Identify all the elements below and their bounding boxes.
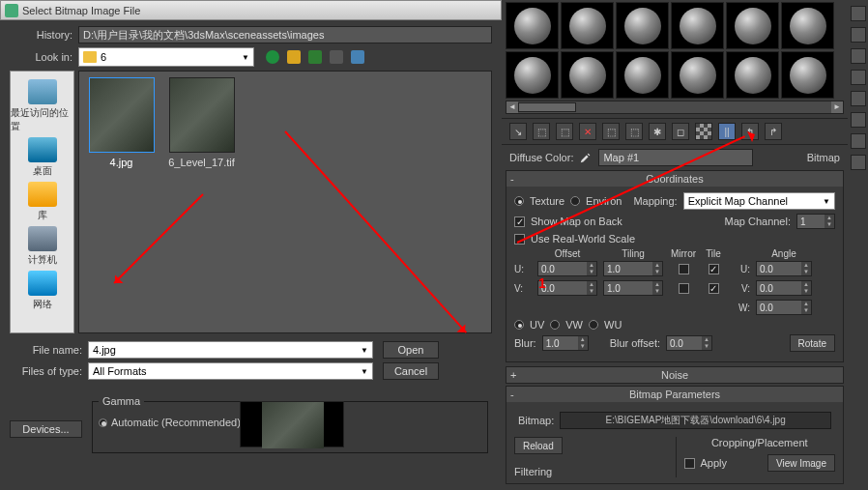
gamma-auto-radio[interactable] bbox=[99, 418, 107, 427]
lookin-value: 6 bbox=[101, 51, 106, 63]
file-thumbnail bbox=[89, 77, 155, 153]
wu-radio[interactable] bbox=[589, 320, 598, 330]
sample-type-icon[interactable] bbox=[851, 6, 866, 21]
make-preview-icon[interactable] bbox=[851, 112, 866, 128]
cropping-label: Cropping/Placement bbox=[684, 437, 836, 448]
bitmap-params-rollout-header[interactable]: - Bitmap Parameters bbox=[506, 387, 843, 402]
file-item[interactable]: 4.jpg bbox=[85, 77, 158, 168]
dialog-title: Select Bitmap Image File bbox=[22, 5, 140, 16]
noise-rollout-header[interactable]: + Noise bbox=[506, 367, 843, 383]
file-thumbnail bbox=[169, 77, 235, 153]
devices-button[interactable]: Devices... bbox=[10, 420, 82, 438]
v-offset-spinner[interactable]: 0.0▲▼ bbox=[537, 280, 597, 296]
view-menu-icon[interactable] bbox=[330, 50, 343, 64]
new-folder-icon[interactable] bbox=[308, 50, 322, 64]
filetype-dropdown[interactable]: All Formats ▼ bbox=[88, 362, 373, 380]
dialog-titlebar: Select Bitmap Image File bbox=[0, 0, 502, 20]
coordinates-rollout-header[interactable]: - Coordinates bbox=[506, 171, 843, 187]
open-button[interactable]: Open bbox=[383, 341, 439, 359]
file-item[interactable]: 6_Level_17.tif bbox=[165, 77, 238, 168]
material-slot[interactable] bbox=[561, 2, 614, 49]
material-slot[interactable] bbox=[671, 2, 724, 49]
options-icon[interactable] bbox=[851, 133, 866, 149]
make-copy-icon[interactable]: ⬚ bbox=[602, 123, 620, 140]
expand-icon: + bbox=[510, 369, 516, 381]
map-type-label[interactable]: Bitmap bbox=[807, 152, 840, 163]
places-bar: 最近访问的位置 桌面 库 计算机 网络 bbox=[10, 71, 74, 333]
background-icon[interactable] bbox=[851, 48, 866, 64]
put-to-library-icon[interactable]: ✱ bbox=[649, 123, 666, 140]
material-preview-grid[interactable] bbox=[502, 0, 848, 101]
u-angle-spinner[interactable]: 0.0▲▼ bbox=[756, 261, 812, 276]
video-check-icon[interactable] bbox=[851, 91, 866, 106]
material-slot[interactable] bbox=[781, 2, 834, 49]
v-angle-spinner[interactable]: 0.0▲▼ bbox=[756, 280, 812, 296]
v-mirror-checkbox[interactable] bbox=[679, 283, 689, 294]
lookin-dropdown[interactable]: 6 ▼ bbox=[78, 47, 254, 67]
u-offset-spinner[interactable]: 0.0▲▼ bbox=[537, 261, 597, 276]
v-tile-checkbox[interactable] bbox=[709, 283, 719, 294]
place-network[interactable]: 网络 bbox=[28, 271, 57, 311]
place-computer[interactable]: 计算机 bbox=[28, 226, 57, 267]
scroll-thumb[interactable] bbox=[518, 102, 576, 112]
texture-radio[interactable] bbox=[514, 196, 524, 206]
map-channel-spinner[interactable]: 1▲▼ bbox=[796, 214, 835, 229]
reload-button[interactable]: Reload bbox=[514, 437, 563, 454]
cancel-button[interactable]: Cancel bbox=[383, 362, 439, 380]
u-tile-checkbox[interactable] bbox=[709, 264, 719, 274]
delete-icon[interactable]: ✕ bbox=[579, 123, 596, 140]
up-icon[interactable] bbox=[287, 50, 301, 64]
place-recent[interactable]: 最近访问的位置 bbox=[11, 79, 73, 133]
grid-view-icon[interactable] bbox=[351, 50, 364, 64]
collapse-icon: - bbox=[510, 389, 514, 400]
rotate-button[interactable]: Rotate bbox=[790, 334, 835, 352]
vw-radio[interactable] bbox=[550, 320, 560, 330]
image-preview bbox=[240, 401, 344, 447]
material-slot[interactable] bbox=[616, 2, 669, 49]
w-angle-spinner[interactable]: 0.0▲▼ bbox=[756, 300, 812, 315]
assign-icon[interactable]: ⬚ bbox=[556, 123, 573, 140]
bitmap-path-button[interactable]: E:\BIGEMAP地图下载器\download\6\4.jpg bbox=[560, 412, 831, 429]
mapping-dropdown[interactable]: Explicit Map Channel ▼ bbox=[683, 192, 835, 210]
scroll-left-icon[interactable]: ◄ bbox=[506, 101, 518, 113]
apply-checkbox[interactable] bbox=[684, 458, 695, 469]
show-end-result-icon[interactable]: || bbox=[718, 123, 736, 140]
v-tiling-spinner[interactable]: 1.0▲▼ bbox=[603, 280, 663, 296]
go-forward-icon[interactable]: ↱ bbox=[765, 123, 782, 140]
material-slot[interactable] bbox=[726, 2, 779, 49]
backlight-icon[interactable] bbox=[851, 27, 866, 43]
place-desktop[interactable]: 桌面 bbox=[28, 137, 57, 178]
horizontal-scrollbar[interactable]: ◄ ► bbox=[506, 101, 844, 114]
sample-uv-icon[interactable] bbox=[851, 70, 866, 85]
eyedropper-icon[interactable] bbox=[579, 151, 593, 164]
material-slot[interactable] bbox=[561, 51, 614, 99]
blur-offset-spinner[interactable]: 0.0▲▼ bbox=[666, 335, 712, 351]
material-slot[interactable] bbox=[506, 2, 559, 49]
u-tiling-spinner[interactable]: 1.0▲▼ bbox=[603, 261, 663, 276]
history-input[interactable] bbox=[78, 26, 492, 43]
map-name-input[interactable]: Map #1 bbox=[598, 149, 753, 166]
material-slot[interactable] bbox=[781, 51, 834, 99]
u-mirror-checkbox[interactable] bbox=[679, 264, 689, 274]
material-slot[interactable] bbox=[616, 51, 669, 99]
filename-input[interactable]: 4.jpg ▼ bbox=[88, 341, 373, 359]
show-map-checkbox[interactable] bbox=[514, 216, 525, 227]
environ-radio[interactable] bbox=[570, 196, 580, 206]
scroll-right-icon[interactable]: ► bbox=[831, 101, 843, 113]
view-image-button[interactable]: View Image bbox=[767, 454, 835, 472]
back-icon[interactable] bbox=[266, 50, 279, 64]
uv-radio[interactable] bbox=[514, 320, 524, 330]
show-map-icon[interactable] bbox=[695, 123, 712, 140]
get-material-icon[interactable]: ↘ bbox=[509, 123, 527, 140]
material-slot[interactable] bbox=[671, 51, 724, 99]
material-id-icon[interactable]: ◻ bbox=[672, 123, 689, 140]
material-slot[interactable] bbox=[506, 51, 559, 99]
blur-spinner[interactable]: 1.0▲▼ bbox=[542, 335, 589, 351]
material-slot[interactable] bbox=[726, 51, 779, 99]
make-unique-icon[interactable]: ⬚ bbox=[625, 123, 643, 140]
place-libraries[interactable]: 库 bbox=[28, 182, 57, 222]
history-label: History: bbox=[10, 29, 72, 41]
select-by-material-icon[interactable] bbox=[851, 155, 866, 170]
put-to-scene-icon[interactable]: ⬚ bbox=[533, 123, 550, 140]
annotation-number: 1 bbox=[538, 275, 546, 291]
